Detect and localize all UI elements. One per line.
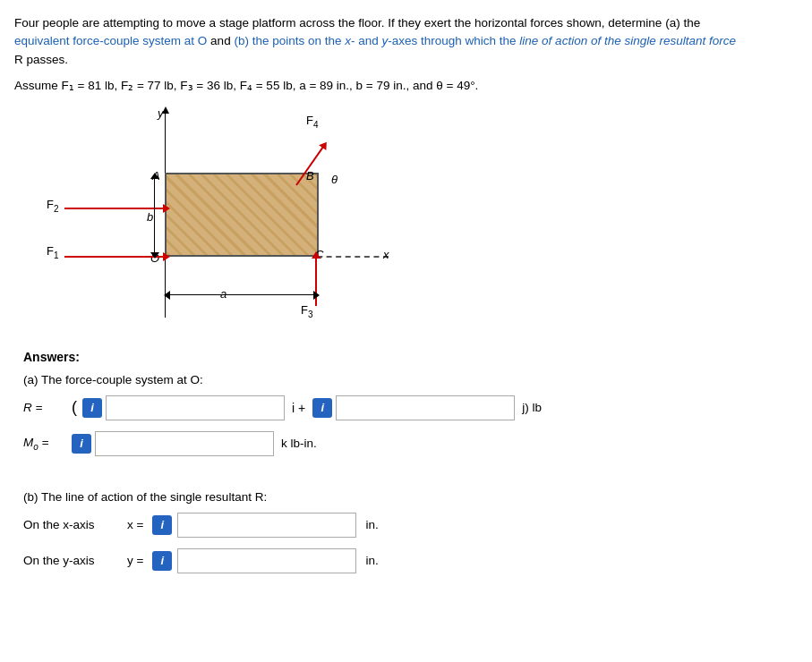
label-F4: F4 <box>306 114 319 130</box>
assume-line: Assume F₁ = 81 lb, F₂ = 77 lb, F₃ = 36 l… <box>14 78 798 92</box>
label-F2: F2 <box>47 198 59 214</box>
y-input[interactable] <box>177 548 356 573</box>
y-axis-text: On the y-axis <box>23 554 122 567</box>
label-F1: F1 <box>47 244 59 260</box>
Mo-i-button[interactable]: i <box>72 434 91 454</box>
y-i-button[interactable]: i <box>152 551 172 571</box>
problem-text: Four people are attempting to move a sta… <box>14 14 784 69</box>
label-b: b <box>147 210 153 224</box>
diagram: y A B C O F4 F2 F1 F3 θ a b x <box>32 103 408 335</box>
unit-klbin: k lb-in. <box>281 437 317 450</box>
answers-title: Answers: <box>23 350 798 364</box>
arrow-f2 <box>64 208 165 209</box>
R-i-button-1[interactable]: i <box>82 398 102 418</box>
R-i-button-2[interactable]: i <box>312 398 332 418</box>
problem-statement: Four people are attempting to move a sta… <box>14 14 798 92</box>
part-b-label: (b) The line of action of the single res… <box>23 490 798 504</box>
answers-section: Answers: (a) The force-couple system at … <box>14 350 798 573</box>
y-axis-row: On the y-axis y = i in. <box>23 548 798 573</box>
x-axis-row: On the x-axis x = i in. <box>23 513 798 538</box>
y-axis-label: y <box>158 106 164 120</box>
dim-line-b <box>154 174 155 258</box>
Mo-input[interactable] <box>95 431 274 456</box>
x-axis-dashed <box>317 256 389 258</box>
part-a-label: (a) The force-couple system at O: <box>23 373 798 386</box>
unit-in-x: in. <box>365 518 378 531</box>
label-F3: F3 <box>301 303 313 319</box>
x-i-button[interactable]: i <box>152 515 172 535</box>
Mo-eq-label: Mo = <box>23 436 68 452</box>
Mo-row: Mo = i k lb-in. <box>23 431 798 456</box>
x-input[interactable] <box>177 513 356 538</box>
label-theta: θ <box>331 173 338 186</box>
x-eq-label: x = <box>127 518 143 531</box>
blue-text-1: equivalent force-couple system at O <box>14 34 207 47</box>
unit-lb: j) lb <box>522 401 542 414</box>
R-eq-label: R = <box>23 401 68 414</box>
paren-open: ( <box>72 398 77 417</box>
R-input-1[interactable] <box>106 395 285 420</box>
x-axis-text: On the x-axis <box>23 518 122 531</box>
dim-line-a <box>165 294 319 295</box>
unit-in-y: in. <box>365 554 378 567</box>
R-row: R = ( i i + i j) lb <box>23 395 798 420</box>
R-input-2[interactable] <box>336 395 515 420</box>
blue-text-2: (b) the points on the x- and y-axes thro… <box>234 34 736 47</box>
plus-label: i + <box>292 401 305 415</box>
y-eq-label: y = <box>127 554 143 567</box>
x-axis-label: x <box>383 248 389 261</box>
